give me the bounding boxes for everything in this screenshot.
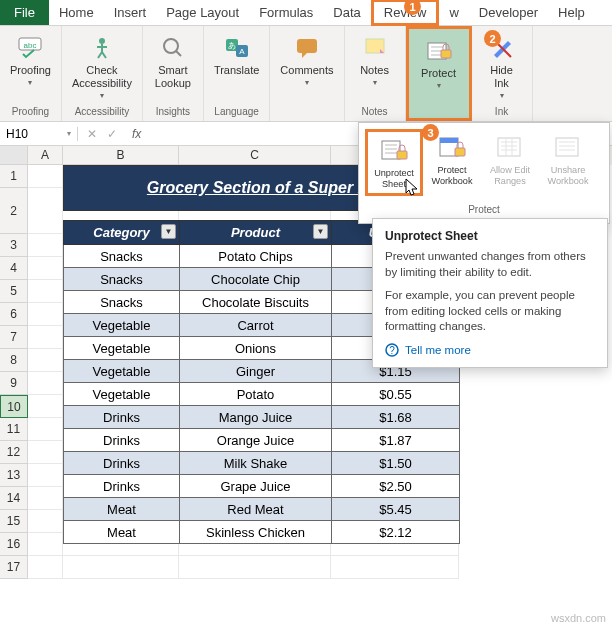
cell[interactable] [28,533,63,556]
row-header[interactable]: 1 [0,165,28,188]
table-cell[interactable]: Snacks [64,268,180,291]
table-cell[interactable]: $0.55 [332,383,460,406]
cell[interactable] [28,395,63,418]
row-header[interactable]: 2 [0,188,28,234]
row-header[interactable]: 3 [0,234,28,257]
table-cell[interactable]: Drinks [64,406,180,429]
select-all-corner[interactable] [0,146,28,165]
table-cell[interactable]: Drinks [64,452,180,475]
comments-button[interactable]: Comments [276,30,337,90]
cell[interactable] [28,280,63,303]
row-header[interactable]: 14 [0,487,28,510]
table-cell[interactable]: Potato [180,383,332,406]
table-cell[interactable]: Potato Chips [180,245,332,268]
cell[interactable] [331,556,459,579]
cell[interactable] [28,303,63,326]
translate-button[interactable]: あA Translate [210,30,263,79]
cell[interactable] [28,257,63,280]
table-cell[interactable]: $2.50 [332,475,460,498]
tab-data[interactable]: Data [323,0,370,25]
table-cell[interactable]: Carrot [180,314,332,337]
unprotect-sheet-button[interactable]: Unprotect Sheet [365,129,423,196]
row-header[interactable]: 7 [0,326,28,349]
table-cell[interactable]: Chocolate Biscuits [180,291,332,314]
filter-dropdown-icon[interactable]: ▼ [161,224,176,239]
cell[interactable] [28,441,63,464]
cell[interactable] [63,556,179,579]
tab-formulas[interactable]: Formulas [249,0,323,25]
table-cell[interactable]: Onions [180,337,332,360]
column-header[interactable]: B [63,146,179,165]
cell[interactable] [28,464,63,487]
cell[interactable] [179,556,331,579]
row-header[interactable]: 6 [0,303,28,326]
table-cell[interactable]: Milk Shake [180,452,332,475]
table-cell[interactable]: Skinless Chicken [180,521,332,544]
filter-dropdown-icon[interactable]: ▼ [313,224,328,239]
row-header[interactable]: 17 [0,556,28,579]
tab-help[interactable]: Help [548,0,595,25]
protect-button[interactable]: Protect [415,33,463,93]
table-cell[interactable]: Ginger [180,360,332,383]
table-cell[interactable]: Mango Juice [180,406,332,429]
tab-file[interactable]: File [0,0,49,25]
name-box[interactable]: H10 [0,127,78,141]
table-cell[interactable]: Orange Juice [180,429,332,452]
cell[interactable] [28,165,63,188]
table-cell[interactable]: $1.50 [332,452,460,475]
table-cell[interactable]: $2.12 [332,521,460,544]
smart-lookup-button[interactable]: Smart Lookup [149,30,197,92]
notes-button[interactable]: Notes [351,30,399,90]
tab-page-layout[interactable]: Page Layout [156,0,249,25]
row-header[interactable]: 16 [0,533,28,556]
svg-point-3 [164,39,178,53]
check-accessibility-button[interactable]: Check Accessibility [68,30,136,103]
table-cell[interactable]: Vegetable [64,337,180,360]
table-cell[interactable]: Drinks [64,429,180,452]
table-cell[interactable]: Meat [64,498,180,521]
tab-insert[interactable]: Insert [104,0,157,25]
tell-me-more-link[interactable]: ? Tell me more [385,343,595,357]
fx-label[interactable]: fx [126,127,147,141]
tab-view[interactable]: w [439,0,468,25]
table-cell[interactable]: Meat [64,521,180,544]
row-header[interactable]: 11 [0,418,28,441]
table-cell[interactable]: Drinks [64,475,180,498]
tab-home[interactable]: Home [49,0,104,25]
table-cell[interactable]: $5.45 [332,498,460,521]
table-cell[interactable]: Chocolate Chip [180,268,332,291]
table-cell[interactable]: Grape Juice [180,475,332,498]
table-cell[interactable]: Red Meat [180,498,332,521]
table-cell[interactable]: Snacks [64,291,180,314]
cell[interactable] [28,326,63,349]
cell[interactable] [28,372,63,395]
table-header[interactable]: Product▼ [180,221,332,245]
row-header[interactable]: 10 [0,395,28,418]
row-header[interactable]: 4 [0,257,28,280]
cell[interactable] [28,349,63,372]
row-header[interactable]: 8 [0,349,28,372]
row-header[interactable]: 13 [0,464,28,487]
table-cell[interactable]: Vegetable [64,383,180,406]
cell[interactable] [28,234,63,257]
cell[interactable] [28,510,63,533]
svg-rect-15 [440,138,458,143]
table-header[interactable]: Category▼ [64,221,180,245]
cell[interactable] [28,418,63,441]
table-cell[interactable]: Vegetable [64,360,180,383]
table-cell[interactable]: Snacks [64,245,180,268]
tab-developer[interactable]: Developer [469,0,548,25]
proofing-button[interactable]: abc Proofing [6,30,55,90]
row-header[interactable]: 15 [0,510,28,533]
table-cell[interactable]: $1.87 [332,429,460,452]
row-header[interactable]: 5 [0,280,28,303]
row-header[interactable]: 9 [0,372,28,395]
table-cell[interactable]: Vegetable [64,314,180,337]
column-header[interactable]: A [28,146,63,165]
column-header[interactable]: C [179,146,331,165]
cell[interactable] [28,188,63,234]
cell[interactable] [28,556,63,579]
cell[interactable] [28,487,63,510]
row-header[interactable]: 12 [0,441,28,464]
table-cell[interactable]: $1.68 [332,406,460,429]
